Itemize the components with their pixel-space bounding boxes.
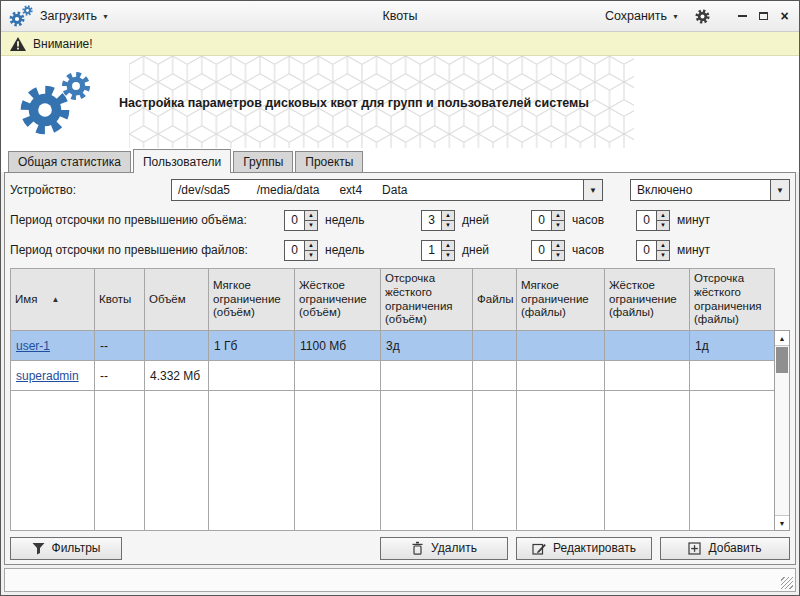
- grace-volume-weeks-spinner[interactable]: 0 ▲ ▼: [284, 210, 318, 231]
- cell-soft-volume: 1 Гб: [209, 331, 295, 361]
- device-row: Устройство: /dev/sda5 /media/data ext4 D…: [10, 178, 790, 202]
- grace-volume-days-spinner[interactable]: 3 ▲ ▼: [421, 210, 455, 231]
- spinner-up-icon[interactable]: ▲: [657, 241, 669, 251]
- spinner-up-icon[interactable]: ▲: [442, 211, 454, 221]
- empty-cell: [95, 391, 145, 531]
- weeks-unit-label: недель: [325, 213, 365, 227]
- app-logo-large-icon: [17, 69, 97, 137]
- scroll-down-button[interactable]: ▼: [775, 515, 789, 530]
- days-unit-label: дней: [462, 243, 489, 257]
- spinner-down-icon[interactable]: ▼: [305, 221, 317, 230]
- scroll-thumb[interactable]: [776, 347, 788, 373]
- spinner-up-icon[interactable]: ▲: [552, 211, 564, 221]
- spinner-value[interactable]: 0: [532, 241, 551, 260]
- grace-files-weeks-spinner[interactable]: 0 ▲ ▼: [284, 240, 318, 261]
- filters-button[interactable]: Фильтры: [10, 537, 122, 560]
- maximize-button[interactable]: [757, 10, 770, 23]
- tab-groups[interactable]: Группы: [233, 151, 293, 172]
- hours-unit-label: часов: [572, 213, 604, 227]
- delete-button[interactable]: Удалить: [380, 537, 508, 560]
- hours-unit-label: часов: [572, 243, 604, 257]
- spinner-up-icon[interactable]: ▲: [552, 241, 564, 251]
- column-header-label: Мягкое ограничение (файлы): [521, 279, 589, 319]
- chevron-down-icon[interactable]: ▼: [583, 180, 602, 200]
- spinner-up-icon[interactable]: ▲: [305, 211, 317, 221]
- grace-volume-hours-spinner[interactable]: 0 ▲ ▼: [531, 210, 565, 231]
- column-header-name[interactable]: Имя ▲: [11, 269, 95, 331]
- quota-state-select[interactable]: Включено ▼: [630, 179, 790, 201]
- column-header-volume[interactable]: Объём: [145, 269, 209, 331]
- spinner-value[interactable]: 0: [285, 211, 304, 230]
- status-bar: [4, 568, 796, 592]
- column-header-hard-volume[interactable]: Жёсткое ограничение (объём): [295, 269, 381, 331]
- column-header-label: Файлы: [477, 293, 514, 305]
- spinner-down-icon[interactable]: ▼: [657, 251, 669, 260]
- column-header-label: Объём: [149, 293, 186, 305]
- save-button[interactable]: Сохранить ▼: [605, 9, 679, 23]
- spinner-value[interactable]: 0: [285, 241, 304, 260]
- user-link[interactable]: superadmin: [16, 369, 79, 383]
- grace-files-row: Период отсрочки по превышению файлов: 0 …: [10, 238, 790, 262]
- scroll-up-button[interactable]: ▲: [775, 331, 789, 346]
- spinner-down-icon[interactable]: ▼: [552, 251, 564, 260]
- spinner-down-icon[interactable]: ▼: [442, 251, 454, 260]
- column-header-files[interactable]: Файлы: [473, 269, 517, 331]
- main-panel: Устройство: /dev/sda5 /media/data ext4 D…: [4, 172, 796, 565]
- spinner-down-icon[interactable]: ▼: [657, 221, 669, 230]
- column-header-label: Отсрочка жёсткого ограничения (объём): [385, 272, 453, 325]
- spinner-down-icon[interactable]: ▼: [305, 251, 317, 260]
- spinner-buttons: ▲ ▼: [656, 211, 669, 230]
- add-button[interactable]: Добавить: [660, 537, 790, 560]
- grace-files-minutes-spinner[interactable]: 0 ▲ ▼: [636, 240, 670, 261]
- tab-users[interactable]: Пользователи: [133, 149, 231, 173]
- title-bar: Загрузить ▼ Квоты Сохранить ▼ ×: [1, 1, 799, 32]
- spinner-value[interactable]: 3: [422, 211, 441, 230]
- vertical-scrollbar[interactable]: ▲ ▼: [774, 330, 790, 531]
- spinner-up-icon[interactable]: ▲: [442, 241, 454, 251]
- grace-volume-minutes-spinner[interactable]: 0 ▲ ▼: [636, 210, 670, 231]
- column-header-quotas[interactable]: Квоты: [95, 269, 145, 331]
- spinner-up-icon[interactable]: ▲: [657, 211, 669, 221]
- weeks-unit-label: недель: [325, 243, 365, 257]
- cell-quotas: --: [95, 361, 145, 391]
- spinner-value[interactable]: 0: [637, 241, 656, 260]
- spinner-buttons: ▲ ▼: [441, 241, 454, 260]
- table-row-user-1[interactable]: user-1 -- 1 Гб 1100 Мб 3д 1д: [11, 331, 775, 361]
- column-header-label: Мягкое ограничение (объём): [213, 279, 281, 319]
- grace-files-hours-spinner[interactable]: 0 ▲ ▼: [531, 240, 565, 261]
- settings-gear-icon[interactable]: [695, 9, 710, 24]
- grace-files-label: Период отсрочки по превышению файлов:: [10, 243, 284, 257]
- spinner-buttons: ▲ ▼: [304, 241, 317, 260]
- minimize-button[interactable]: [736, 10, 749, 23]
- column-header-soft-files[interactable]: Мягкое ограничение (файлы): [517, 269, 605, 331]
- cell-grace-files: 1д: [690, 331, 775, 361]
- cell-grace-files: [690, 361, 775, 391]
- load-button[interactable]: Загрузить ▼: [40, 9, 109, 23]
- spinner-value[interactable]: 1: [422, 241, 441, 260]
- tab-general-statistics[interactable]: Общая статистика: [8, 151, 131, 172]
- device-select[interactable]: /dev/sda5 /media/data ext4 Data ▼: [171, 179, 603, 201]
- minutes-unit-label: минут: [677, 243, 710, 257]
- grace-files-days-spinner[interactable]: 1 ▲ ▼: [421, 240, 455, 261]
- warning-text: Внимание!: [33, 37, 93, 51]
- spinner-value[interactable]: 0: [637, 211, 656, 230]
- tab-projects[interactable]: Проекты: [295, 151, 363, 172]
- spinner-down-icon[interactable]: ▼: [442, 221, 454, 230]
- column-header-soft-volume[interactable]: Мягкое ограничение (объём): [209, 269, 295, 331]
- cell-volume: 4.332 Мб: [145, 361, 209, 391]
- edit-icon: [532, 542, 546, 555]
- close-button[interactable]: ×: [778, 10, 791, 23]
- table-row-superadmin[interactable]: superadmin -- 4.332 Мб: [11, 361, 775, 391]
- spinner-up-icon[interactable]: ▲: [305, 241, 317, 251]
- spinner-value[interactable]: 0: [532, 211, 551, 230]
- spinner-down-icon[interactable]: ▼: [552, 221, 564, 230]
- resize-grip[interactable]: [781, 577, 793, 589]
- cell-grace-volume: [381, 361, 473, 391]
- add-button-label: Добавить: [708, 541, 761, 555]
- chevron-down-icon[interactable]: ▼: [770, 180, 789, 200]
- edit-button[interactable]: Редактировать: [516, 537, 652, 560]
- column-header-grace-volume[interactable]: Отсрочка жёсткого ограничения (объём): [381, 269, 473, 331]
- column-header-hard-files[interactable]: Жёсткое ограничение (файлы): [605, 269, 690, 331]
- column-header-grace-files[interactable]: Отсрочка жёсткого ограничения (файлы): [690, 269, 775, 331]
- user-link[interactable]: user-1: [16, 339, 50, 353]
